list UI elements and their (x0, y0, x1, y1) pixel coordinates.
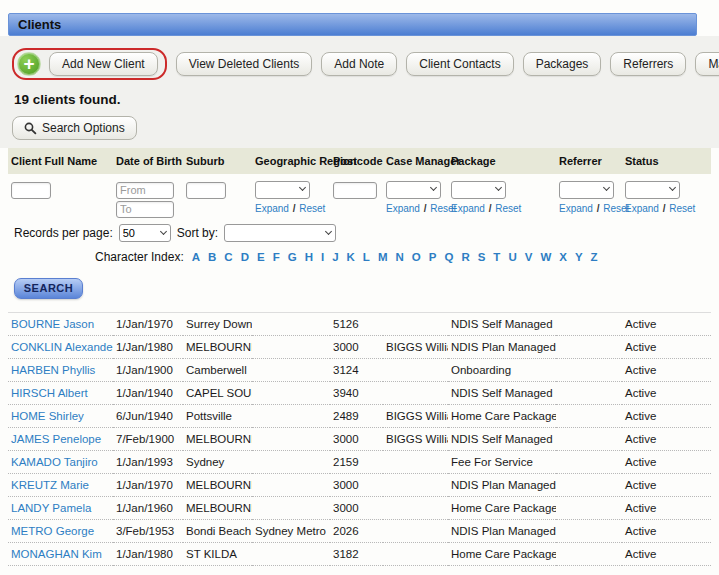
suburb-cell: MELBOURNE (183, 473, 252, 496)
add-note-button[interactable]: Add Note (321, 52, 397, 76)
client-name-link[interactable]: KAMADO Tanjiro (11, 456, 98, 468)
geographic-region-select[interactable] (255, 181, 310, 199)
char-index-letter[interactable]: A (192, 251, 200, 263)
expand-link[interactable]: Expand (386, 203, 420, 214)
postcode-cell: 2026 (330, 519, 383, 542)
char-index-letter[interactable]: M (378, 251, 388, 263)
package-select[interactable] (451, 181, 506, 199)
char-index-letter[interactable]: C (224, 251, 232, 263)
client-name-link[interactable]: BOURNE Jason (11, 318, 94, 330)
client-contacts-button[interactable]: Client Contacts (406, 52, 513, 76)
client-name-link[interactable]: HARBEN Phyllis (11, 364, 95, 376)
char-index-letter[interactable]: I (321, 251, 324, 263)
top-panel: + Add New Client View Deleted Clients Ad… (0, 36, 719, 148)
client-name-cell: KREUTZ Marie (8, 473, 113, 496)
referrer-select[interactable] (559, 181, 614, 199)
char-index-letter[interactable]: Z (591, 251, 598, 263)
client-name-link[interactable]: METRO George (11, 525, 94, 537)
client-name-link[interactable]: HIRSCH Albert (11, 387, 88, 399)
add-new-client-highlight: + Add New Client (12, 48, 167, 80)
dob-to-input[interactable] (116, 201, 174, 218)
char-index-letter[interactable]: Y (575, 251, 583, 263)
view-deleted-clients-button[interactable]: View Deleted Clients (176, 52, 313, 76)
table-row: HARBEN Phyllis 1/Jan/1900 Camberwell 312… (8, 358, 711, 381)
char-index-letter[interactable]: O (412, 251, 421, 263)
dob-cell: 1/Jan/1970 (113, 313, 183, 336)
char-index-letter[interactable]: K (347, 251, 355, 263)
case-manager-select[interactable] (386, 181, 441, 199)
char-index-letter[interactable]: B (208, 251, 216, 263)
packages-button[interactable]: Packages (523, 52, 602, 76)
column-header-geographic-region: Geographic Region (252, 148, 330, 174)
geographic-region-cell (252, 313, 330, 336)
postcode-cell: 2489 (330, 404, 383, 427)
client-name-link[interactable]: CONKLIN Alexander (11, 341, 113, 353)
reset-link[interactable]: Reset (495, 203, 521, 214)
char-index-letter[interactable]: Q (444, 251, 453, 263)
char-index-letter[interactable]: D (241, 251, 249, 263)
referrer-cell (556, 358, 622, 381)
case-manager-cell (383, 542, 448, 565)
char-index-letter[interactable]: T (493, 251, 500, 263)
char-index-letter[interactable]: P (429, 251, 437, 263)
suburb-cell: Bondi Beach (183, 519, 252, 542)
add-new-client-button[interactable]: Add New Client (49, 52, 158, 76)
char-index-letter[interactable]: L (363, 251, 370, 263)
toolbar: + Add New Client View Deleted Clients Ad… (12, 48, 695, 80)
client-name-cell: JAMES Penelope (8, 427, 113, 450)
char-index-letter[interactable]: N (395, 251, 403, 263)
status-cell: Active (622, 381, 711, 404)
char-index-letter[interactable]: U (508, 251, 516, 263)
column-header-status: Status (622, 148, 711, 174)
char-index-letter[interactable]: G (288, 251, 297, 263)
char-index-letter[interactable]: F (273, 251, 280, 263)
client-name-link[interactable]: KREUTZ Marie (11, 479, 89, 491)
char-index-letter[interactable]: E (257, 251, 265, 263)
referrer-cell (556, 542, 622, 565)
client-name-filter-input[interactable] (11, 182, 51, 199)
postcode-cell: 3182 (330, 542, 383, 565)
client-name-link[interactable]: LANDY Pamela (11, 502, 91, 514)
postcode-cell: 3000 (330, 427, 383, 450)
expand-link[interactable]: Expand (625, 203, 659, 214)
records-per-page-select[interactable]: 50 (119, 224, 171, 242)
char-index-letter[interactable]: H (305, 251, 313, 263)
table-row: CONKLIN Alexander 1/Jan/1980 MELBOURNE 3… (8, 335, 711, 358)
postcode-cell: 2159 (330, 450, 383, 473)
add-plus-icon[interactable]: + (17, 52, 41, 76)
char-index-letter[interactable]: X (559, 251, 567, 263)
client-name-link[interactable]: HOME Shirley (11, 410, 84, 422)
expand-link[interactable]: Expand (255, 203, 289, 214)
search-options-button[interactable]: Search Options (12, 116, 137, 140)
char-index-letter[interactable]: W (540, 251, 551, 263)
search-button[interactable]: SEARCH (14, 278, 83, 299)
suburb-filter-input[interactable] (186, 182, 226, 199)
client-name-link[interactable]: JAMES Penelope (11, 433, 101, 445)
char-index-letter[interactable]: J (332, 251, 338, 263)
table-row: MONAGHAN Kim 1/Jan/1980 ST KILDA 3182 Ho… (8, 542, 711, 565)
char-index-letter[interactable]: R (461, 251, 469, 263)
status-select[interactable] (625, 181, 680, 199)
dob-from-input[interactable] (116, 182, 174, 199)
dob-cell: 1/Jan/1940 (113, 381, 183, 404)
client-name-link[interactable]: MONAGHAN Kim (11, 548, 102, 560)
column-header-postcode: Postcode (330, 148, 383, 174)
referrer-cell (556, 519, 622, 542)
referrers-button[interactable]: Referrers (610, 52, 686, 76)
sort-by-select[interactable] (224, 224, 336, 242)
records-sort-row: Records per page: 50 Sort by: (14, 224, 719, 242)
postcode-filter-input[interactable] (333, 182, 377, 199)
expand-link[interactable]: Expand (559, 203, 593, 214)
package-cell: NDIS Plan Managed (448, 519, 556, 542)
expand-link[interactable]: Expand (451, 203, 485, 214)
status-cell: Active (622, 496, 711, 519)
suburb-cell: MELBOURNE (183, 335, 252, 358)
case-manager-cell (383, 358, 448, 381)
mail-merge-button[interactable]: Mail Merge (695, 52, 719, 76)
geographic-region-cell (252, 427, 330, 450)
char-index-letter[interactable]: V (525, 251, 533, 263)
char-index-letter[interactable]: S (478, 251, 486, 263)
suburb-cell: Surrey Downs (183, 313, 252, 336)
reset-link[interactable]: Reset (299, 203, 325, 214)
reset-link[interactable]: Reset (669, 203, 695, 214)
